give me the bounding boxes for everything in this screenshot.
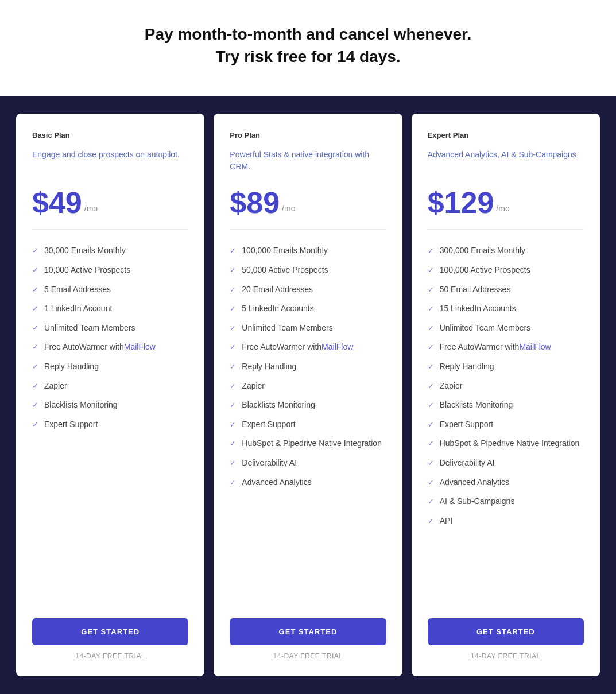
price-period-basic: /mo xyxy=(84,204,98,213)
plan-card-expert: Expert PlanAdvanced Analytics, AI & Sub-… xyxy=(412,114,600,676)
plan-description-basic: Engage and close prospects on autopilot. xyxy=(32,149,188,176)
check-icon: ✓ xyxy=(32,323,38,334)
check-icon: ✓ xyxy=(428,265,434,276)
price-amount-expert: $129 xyxy=(428,188,494,218)
mailflow-link[interactable]: MailFlow xyxy=(124,342,156,353)
check-icon: ✓ xyxy=(32,381,38,391)
list-item: ✓Zapier xyxy=(230,377,386,396)
check-icon: ✓ xyxy=(428,285,434,295)
check-icon: ✓ xyxy=(32,420,38,430)
feature-text: Zapier xyxy=(440,381,463,392)
check-icon: ✓ xyxy=(428,381,434,391)
feature-text: Reply Handling xyxy=(440,361,494,373)
plan-name-pro: Pro Plan xyxy=(230,131,386,139)
check-icon: ✓ xyxy=(230,285,236,295)
check-icon: ✓ xyxy=(230,439,236,449)
cta-section-basic: GET STARTED14-DAY FREE TRIAL xyxy=(32,618,188,660)
feature-text: AI & Sub-Campaigns xyxy=(440,496,515,507)
feature-text: Unlimited Team Members xyxy=(242,323,332,334)
get-started-button-basic[interactable]: GET STARTED xyxy=(32,618,188,645)
list-item: ✓10,000 Active Prospects xyxy=(32,261,188,280)
feature-text: 10,000 Active Prospects xyxy=(44,265,130,276)
check-icon: ✓ xyxy=(230,265,236,276)
mailflow-link[interactable]: MailFlow xyxy=(519,342,551,353)
feature-text: 20 Email Addresses xyxy=(242,284,313,296)
trial-label-expert: 14-DAY FREE TRIAL xyxy=(428,652,584,660)
check-icon: ✓ xyxy=(230,323,236,334)
divider-pro xyxy=(230,229,386,230)
divider-basic xyxy=(32,229,188,230)
feature-text: Zapier xyxy=(242,381,265,392)
features-list-expert: ✓300,000 Emails Monthly✓100,000 Active P… xyxy=(428,241,584,601)
feature-text: Free AutoWarmer with xyxy=(440,342,520,353)
list-item: ✓Advanced Analytics xyxy=(230,473,386,493)
feature-text: Advanced Analytics xyxy=(440,477,509,488)
feature-text: Zapier xyxy=(44,381,67,392)
list-item: ✓Unlimited Team Members xyxy=(230,319,386,338)
list-item: ✓AI & Sub-Campaigns xyxy=(428,492,584,511)
feature-text: Blacklists Monitoring xyxy=(242,400,315,411)
feature-text: 100,000 Active Prospects xyxy=(440,265,530,276)
check-icon: ✓ xyxy=(428,497,434,507)
check-icon: ✓ xyxy=(32,285,38,295)
cta-section-pro: GET STARTED14-DAY FREE TRIAL xyxy=(230,618,386,660)
features-list-pro: ✓100,000 Emails Monthly✓50,000 Active Pr… xyxy=(230,241,386,601)
feature-text: Blacklists Monitoring xyxy=(440,400,513,411)
plan-name-basic: Basic Plan xyxy=(32,131,188,139)
feature-text: Deliverability AI xyxy=(440,458,495,469)
feature-text: API xyxy=(440,515,453,527)
mailflow-link[interactable]: MailFlow xyxy=(321,342,353,353)
list-item: ✓Deliverability AI xyxy=(428,453,584,473)
check-icon: ✓ xyxy=(428,342,434,352)
cta-section-expert: GET STARTED14-DAY FREE TRIAL xyxy=(428,618,584,660)
feature-text: Advanced Analytics xyxy=(242,477,311,488)
check-icon: ✓ xyxy=(230,304,236,314)
feature-text: Unlimited Team Members xyxy=(44,323,135,334)
list-item: ✓50 Email Addresses xyxy=(428,280,584,300)
feature-text: Unlimited Team Members xyxy=(440,323,530,334)
list-item: ✓Expert Support xyxy=(428,415,584,435)
list-item: ✓Zapier xyxy=(428,377,584,396)
check-icon: ✓ xyxy=(32,265,38,276)
check-icon: ✓ xyxy=(428,439,434,449)
check-icon: ✓ xyxy=(428,458,434,468)
plan-description-expert: Advanced Analytics, AI & Sub-Campaigns xyxy=(428,149,584,176)
check-icon: ✓ xyxy=(32,362,38,372)
list-item: ✓Blacklists Monitoring xyxy=(32,396,188,415)
feature-text: Expert Support xyxy=(44,419,98,431)
price-period-pro: /mo xyxy=(282,204,295,213)
list-item: ✓Free AutoWarmer with MailFlow xyxy=(32,338,188,357)
check-icon: ✓ xyxy=(428,516,434,526)
header-title: Pay month-to-month and cancel whenever. … xyxy=(11,23,605,68)
plans-section: Basic PlanEngage and close prospects on … xyxy=(0,96,616,694)
list-item: ✓Zapier xyxy=(32,377,188,396)
check-icon: ✓ xyxy=(230,400,236,410)
list-item: ✓Expert Support xyxy=(230,415,386,435)
list-item: ✓Reply Handling xyxy=(32,357,188,377)
get-started-button-expert[interactable]: GET STARTED xyxy=(428,618,584,645)
price-row-basic: $49/mo xyxy=(32,188,188,218)
check-icon: ✓ xyxy=(32,400,38,410)
list-item: ✓Deliverability AI xyxy=(230,453,386,473)
price-row-pro: $89/mo xyxy=(230,188,386,218)
list-item: ✓20 Email Addresses xyxy=(230,280,386,300)
list-item: ✓Unlimited Team Members xyxy=(32,319,188,338)
feature-text: HubSpot & Pipedrive Native Integration xyxy=(440,438,580,449)
list-item: ✓1 LinkedIn Account xyxy=(32,299,188,319)
list-item: ✓HubSpot & Pipedrive Native Integration xyxy=(428,434,584,453)
feature-text: Reply Handling xyxy=(242,361,296,373)
check-icon: ✓ xyxy=(428,323,434,334)
feature-text: HubSpot & Pipedrive Native Integration xyxy=(242,438,382,449)
plan-description-pro: Powerful Stats & native integration with… xyxy=(230,149,386,176)
check-icon: ✓ xyxy=(428,400,434,410)
list-item: ✓Free AutoWarmer with MailFlow xyxy=(428,338,584,357)
check-icon: ✓ xyxy=(428,362,434,372)
check-icon: ✓ xyxy=(230,381,236,391)
check-icon: ✓ xyxy=(32,304,38,314)
list-item: ✓Unlimited Team Members xyxy=(428,319,584,338)
feature-text: 300,000 Emails Monthly xyxy=(440,245,525,257)
get-started-button-pro[interactable]: GET STARTED xyxy=(230,618,386,645)
price-period-expert: /mo xyxy=(496,204,509,213)
feature-text: Reply Handling xyxy=(44,361,99,373)
feature-text: Expert Support xyxy=(242,419,295,431)
